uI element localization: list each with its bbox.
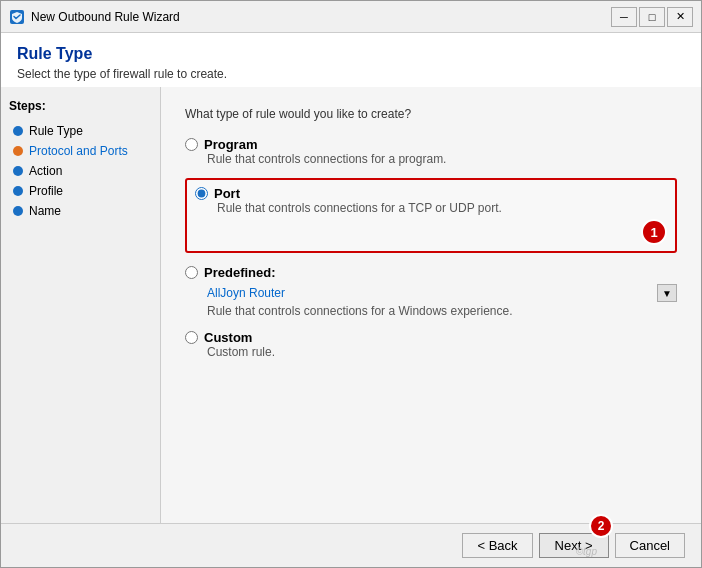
title-bar: New Outbound Rule Wizard ─ □ ✕ xyxy=(1,1,701,33)
option-program-desc: Rule that controls connections for a pro… xyxy=(207,152,677,166)
dot-icon-rule-type xyxy=(13,126,23,136)
main-content: What type of rule would you like to crea… xyxy=(161,87,701,523)
badge-2: 2 xyxy=(589,514,613,538)
option-port-label[interactable]: Port xyxy=(195,186,667,201)
option-port: Port Rule that controls connections for … xyxy=(195,186,667,215)
radio-program[interactable] xyxy=(185,138,198,151)
sidebar-label-profile: Profile xyxy=(29,184,63,198)
sidebar-label-action: Action xyxy=(29,164,62,178)
option-predefined-label[interactable]: Predefined: xyxy=(185,265,677,280)
footer: 2 ©tgp < Back Next > Cancel xyxy=(1,523,701,567)
sidebar-item-rule-type[interactable]: Rule Type xyxy=(9,121,152,141)
radio-predefined[interactable] xyxy=(185,266,198,279)
window: New Outbound Rule Wizard ─ □ ✕ Rule Type… xyxy=(0,0,702,568)
rule-question: What type of rule would you like to crea… xyxy=(185,107,677,121)
window-title: New Outbound Rule Wizard xyxy=(31,10,180,24)
option-port-text: Port xyxy=(214,186,240,201)
sidebar: Steps: Rule Type Protocol and Ports Acti… xyxy=(1,87,161,523)
sidebar-item-action[interactable]: Action xyxy=(9,161,152,181)
dot-icon-profile xyxy=(13,186,23,196)
dropdown-arrow[interactable]: ▼ xyxy=(657,284,677,302)
sidebar-title: Steps: xyxy=(9,99,152,113)
title-bar-controls: ─ □ ✕ xyxy=(611,7,693,27)
option-custom-desc: Custom rule. xyxy=(207,345,677,359)
title-bar-left: New Outbound Rule Wizard xyxy=(9,9,180,25)
page-header: Rule Type Select the type of firewall ru… xyxy=(1,33,701,87)
option-custom-label[interactable]: Custom xyxy=(185,330,677,345)
close-button[interactable]: ✕ xyxy=(667,7,693,27)
badge-1: 1 xyxy=(641,219,667,245)
predefined-dropdown: AllJoyn Router ▼ xyxy=(207,284,677,302)
option-port-desc: Rule that controls connections for a TCP… xyxy=(217,201,667,215)
radio-custom[interactable] xyxy=(185,331,198,344)
sidebar-item-protocol-and-ports[interactable]: Protocol and Ports xyxy=(9,141,152,161)
port-box: Port Rule that controls connections for … xyxy=(185,178,677,253)
sidebar-label-protocol: Protocol and Ports xyxy=(29,144,128,158)
option-predefined: Predefined: AllJoyn Router ▼ Rule that c… xyxy=(185,265,677,318)
dot-icon-protocol xyxy=(13,146,23,156)
option-predefined-text: Predefined: xyxy=(204,265,276,280)
dropdown-value: AllJoyn Router xyxy=(207,286,657,300)
option-predefined-desc: Rule that controls connections for a Win… xyxy=(207,304,677,318)
option-program: Program Rule that controls connections f… xyxy=(185,137,677,166)
sidebar-item-name[interactable]: Name xyxy=(9,201,152,221)
watermark: ©tgp xyxy=(576,546,597,557)
option-custom: Custom Custom rule. xyxy=(185,330,677,359)
wizard-icon xyxy=(9,9,25,25)
option-program-text: Program xyxy=(204,137,257,152)
page-subtitle: Select the type of firewall rule to crea… xyxy=(17,67,685,81)
dot-icon-name xyxy=(13,206,23,216)
back-button[interactable]: < Back xyxy=(462,533,532,558)
minimize-button[interactable]: ─ xyxy=(611,7,637,27)
content-area: Steps: Rule Type Protocol and Ports Acti… xyxy=(1,87,701,523)
radio-port[interactable] xyxy=(195,187,208,200)
maximize-button[interactable]: □ xyxy=(639,7,665,27)
option-custom-text: Custom xyxy=(204,330,252,345)
sidebar-label-rule-type: Rule Type xyxy=(29,124,83,138)
cancel-button[interactable]: Cancel xyxy=(615,533,685,558)
page-title: Rule Type xyxy=(17,45,685,63)
dot-icon-action xyxy=(13,166,23,176)
sidebar-item-profile[interactable]: Profile xyxy=(9,181,152,201)
option-program-label[interactable]: Program xyxy=(185,137,677,152)
sidebar-label-name: Name xyxy=(29,204,61,218)
